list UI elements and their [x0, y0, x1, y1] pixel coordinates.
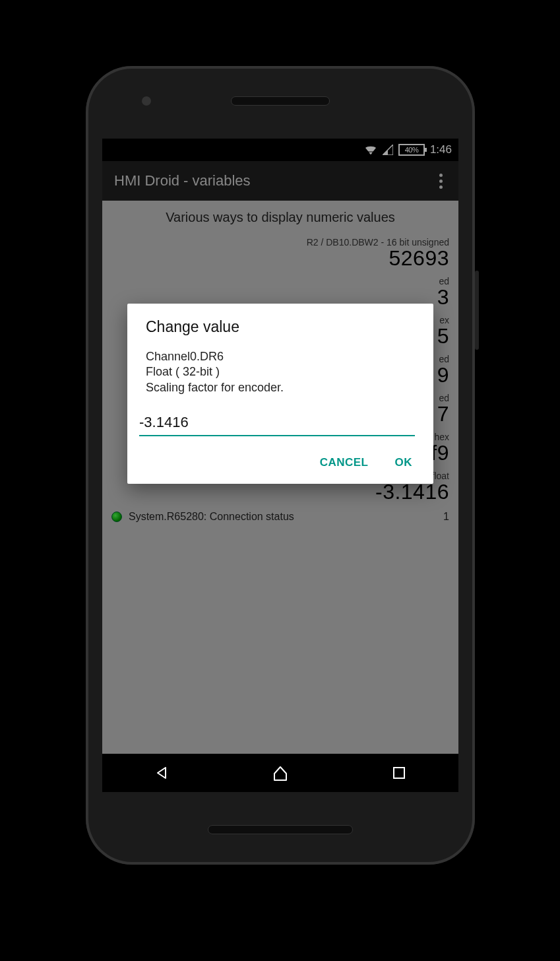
- battery-percentage: 40%: [405, 146, 419, 154]
- status-led-icon: [111, 512, 122, 522]
- value-display: 52693: [111, 246, 449, 271]
- dialog-type: Float ( 32-bit ): [146, 365, 220, 378]
- value-row[interactable]: R2 / DB10.DBW2 - 16 bit unsigned 52693: [111, 237, 449, 271]
- wifi-icon: [364, 145, 377, 155]
- dialog-hint: Scaling factor for encoder.: [146, 381, 284, 394]
- home-button[interactable]: [261, 760, 300, 786]
- dialog-title: Change value: [146, 318, 415, 336]
- value-input[interactable]: [139, 411, 415, 436]
- screen: 40% 1:46 HMI Droid - variables Various w…: [102, 139, 458, 792]
- navigation-bar: [102, 754, 458, 792]
- svg-rect-0: [394, 768, 404, 778]
- change-value-dialog: Change value Channel0.DR6 Float ( 32-bit…: [127, 304, 433, 484]
- clock: 1:46: [430, 143, 452, 156]
- recent-apps-button[interactable]: [379, 760, 419, 786]
- front-camera: [142, 96, 151, 106]
- ok-button[interactable]: OK: [392, 451, 416, 475]
- phone-frame: 40% 1:46 HMI Droid - variables Various w…: [86, 66, 475, 865]
- page-heading: Various ways to display numeric values: [111, 210, 449, 225]
- status-label: System.R65280: Connection status: [129, 511, 294, 523]
- signal-icon: [383, 145, 393, 155]
- dialog-channel: Channel0.DR6: [146, 350, 224, 363]
- status-value: 1: [443, 511, 449, 523]
- status-bar: 40% 1:46: [102, 139, 458, 161]
- dialog-description: Channel0.DR6 Float ( 32-bit ) Scaling fa…: [146, 349, 415, 395]
- back-button[interactable]: [142, 760, 181, 786]
- cancel-button[interactable]: CANCEL: [317, 451, 371, 475]
- earpiece-speaker: [231, 96, 330, 106]
- app-title: HMI Droid - variables: [114, 172, 251, 189]
- app-bar: HMI Droid - variables: [102, 161, 458, 201]
- dialog-actions: CANCEL OK: [146, 451, 415, 475]
- connection-status-row: System.R65280: Connection status 1: [111, 511, 449, 523]
- battery-icon: 40%: [398, 144, 425, 156]
- bottom-speaker: [208, 825, 353, 834]
- overflow-menu-button[interactable]: [435, 170, 447, 193]
